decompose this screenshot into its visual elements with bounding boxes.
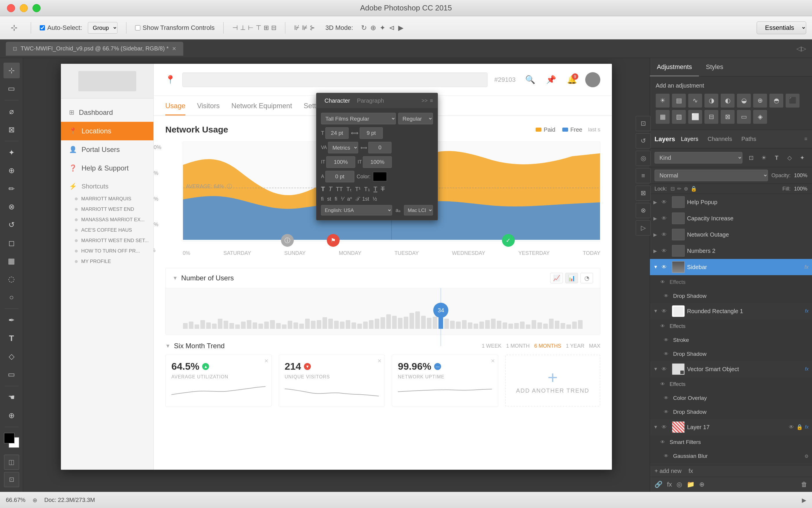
layer-eye-net[interactable]: 👁 <box>661 232 670 238</box>
italic-icon[interactable]: T <box>328 185 332 193</box>
all-caps-icon[interactable]: TT <box>336 186 343 193</box>
layer-17-lock-icon[interactable]: 🔒 <box>796 424 803 430</box>
layer-expand-cap[interactable]: ▶ <box>653 216 659 221</box>
layer-eye-icon[interactable]: 👁 <box>661 199 670 205</box>
notifications-icon[interactable]: 🔔 9 <box>564 72 580 87</box>
shortcut-item-4[interactable]: MARRIOTT WEST END SET... <box>70 236 154 246</box>
underline-icon[interactable]: T <box>374 185 377 193</box>
leading-input[interactable] <box>359 127 383 139</box>
libraries-icon[interactable]: ⊠ <box>636 185 651 201</box>
screen-mode-icon[interactable]: ⊡ <box>4 472 19 487</box>
create-layer-btn[interactable]: ⊕ <box>699 481 704 488</box>
3d-rotate-icon[interactable]: ↻ <box>361 24 367 32</box>
layer-fx-vso[interactable]: fx <box>805 367 809 372</box>
curves-icon[interactable]: ∿ <box>688 94 702 108</box>
bold-icon[interactable]: T <box>321 185 325 193</box>
link-layers-btn[interactable]: 🔗 <box>654 481 663 488</box>
shape-tool[interactable]: ▭ <box>3 367 20 382</box>
effect-eye-ds-rr[interactable]: 👁 <box>664 351 671 357</box>
trend-1week-btn[interactable]: 1 WEEK <box>482 343 501 349</box>
sidebar-item-dashboard[interactable]: ⊞ Dashboard <box>61 103 154 122</box>
trend-6months-btn[interactable]: 6 MONTHS <box>534 343 561 349</box>
sidebar-item-help-support[interactable]: ❓ Help & Support <box>61 159 154 177</box>
blend-mode-select[interactable]: Normal <box>654 170 768 181</box>
eyedropper-tool[interactable]: ✦ <box>3 145 20 160</box>
channels-tab[interactable]: Channels <box>704 136 736 142</box>
brightness-contrast-icon[interactable]: ☀ <box>656 94 670 108</box>
tab-close-icon[interactable]: ✕ <box>172 45 176 52</box>
shortcut-item-5[interactable]: HOW TO TURN OFF PR... <box>70 246 154 256</box>
lasso-tool[interactable]: ⌀ <box>3 104 20 120</box>
3d-move-icon[interactable]: ⊲ <box>389 24 395 32</box>
lock-pixels-icon[interactable]: ✏ <box>677 185 682 192</box>
layer-fx-sidebar[interactable]: fx <box>805 264 809 270</box>
trend-card-close-0[interactable]: ✕ <box>264 358 268 364</box>
history-icon[interactable]: ↺ <box>636 133 651 149</box>
language-select[interactable]: English: USA <box>321 205 392 215</box>
effect-eye-ds2[interactable]: 👁 <box>664 293 671 299</box>
info-icon[interactable]: ⓘ <box>227 183 232 189</box>
shortcut-item-2[interactable]: MANASSAS MARRIOT EX... <box>70 215 154 225</box>
pie-chart-btn[interactable]: ◔ <box>580 273 593 283</box>
subscript-icon[interactable]: T₁ <box>364 185 370 193</box>
path-tool[interactable]: ◇ <box>3 348 20 364</box>
layer-expand-vso[interactable]: ▼ <box>653 367 659 372</box>
lock-all-icon[interactable]: 🔒 <box>690 185 697 192</box>
user-avatar[interactable] <box>585 72 600 87</box>
levels-icon[interactable]: ▤ <box>672 94 686 108</box>
marker-info[interactable]: ⓘ <box>281 234 294 247</box>
color-lookup-icon[interactable]: ▧ <box>672 110 686 124</box>
effect-eye-ds-sidebar[interactable]: 👁 <box>660 280 667 285</box>
color-balance-icon[interactable]: ⊕ <box>753 94 767 108</box>
aa-method-select[interactable]: Mac LCD <box>404 205 433 215</box>
auto-select-type[interactable]: Group Layer <box>88 22 118 34</box>
3d-pan-icon[interactable]: ⊕ <box>370 24 376 32</box>
add-style-btn[interactable]: fx <box>667 481 672 488</box>
move-tool-icon[interactable]: ⊹ <box>6 20 22 36</box>
vibrance-icon[interactable]: ◐ <box>721 94 735 108</box>
tab-network-equipment[interactable]: Network Equipment <box>231 102 292 115</box>
align-center-h-icon[interactable]: ⊥ <box>240 24 246 32</box>
users-collapse-icon[interactable]: ▼ <box>173 275 178 281</box>
add-trend-card[interactable]: + ADD ANOTHER TREND <box>505 354 601 407</box>
show-transform-checkbox[interactable] <box>135 25 140 31</box>
char-panel-expand-icon[interactable]: >> <box>421 98 427 104</box>
layer-sidebar[interactable]: ▼ 👁 Sidebar fx <box>650 259 812 275</box>
layer-expand-sidebar[interactable]: ▼ <box>653 264 659 270</box>
layer-expand-l17[interactable]: ▼ <box>653 424 659 430</box>
filter-adjustment-icon[interactable]: ☀ <box>759 153 769 163</box>
kind-filter-select[interactable]: Kind <box>654 152 742 164</box>
gaussian-blur-settings-icon[interactable]: ⚙ <box>805 454 809 459</box>
effect-eye-co[interactable]: 👁 <box>664 395 671 401</box>
hand-tool[interactable]: ☚ <box>3 390 20 405</box>
lock-position-icon[interactable]: ⊕ <box>684 185 688 192</box>
filter-shape-icon[interactable]: ◇ <box>784 153 795 163</box>
fractional-icon[interactable]: ⅟ <box>341 196 344 202</box>
sidebar-item-shortcuts[interactable]: ⚡ Shortcuts <box>61 177 154 192</box>
effect-eye-gb[interactable]: 👁 <box>664 454 671 459</box>
add-mask-btn[interactable]: ◎ <box>677 481 682 488</box>
eraser-tool[interactable]: ◻ <box>3 235 20 251</box>
ligature-icon[interactable]: fi <box>321 196 324 202</box>
shortcut-item-1[interactable]: MARRIOTT WEST END <box>70 204 154 215</box>
posterize-icon[interactable]: ⊟ <box>704 110 718 124</box>
text-tool[interactable]: T <box>3 331 20 346</box>
dist-center-icon[interactable]: ⊯ <box>302 24 307 32</box>
lock-transparent-icon[interactable]: ⊟ <box>671 185 675 192</box>
hsl-icon[interactable]: ◒ <box>737 94 751 108</box>
bookmark-icon[interactable]: 📌 <box>544 72 559 87</box>
align-bottom-icon[interactable]: ⊟ <box>271 24 276 32</box>
char-panel-paragraph-tab[interactable]: Paragraph <box>353 97 387 104</box>
selective-color-icon[interactable]: ◈ <box>753 110 767 124</box>
font-style-select[interactable]: Regular <box>398 113 433 124</box>
layer-expand-rr[interactable]: ▼ <box>653 308 659 314</box>
trend-max-btn[interactable]: MAX <box>589 343 600 349</box>
scale-h-input[interactable] <box>326 156 355 168</box>
zoom-tool[interactable]: ⊕ <box>3 408 20 423</box>
layer-eye-rr[interactable]: 👁 <box>661 308 670 314</box>
add-new-layer[interactable]: + add new <box>654 468 682 474</box>
layers-expand-icon[interactable]: ≡ <box>804 136 807 142</box>
styles-tab[interactable]: Styles <box>699 58 730 76</box>
auto-select-checkbox[interactable] <box>40 25 45 31</box>
patch-tool[interactable]: ⊕ <box>3 163 20 179</box>
